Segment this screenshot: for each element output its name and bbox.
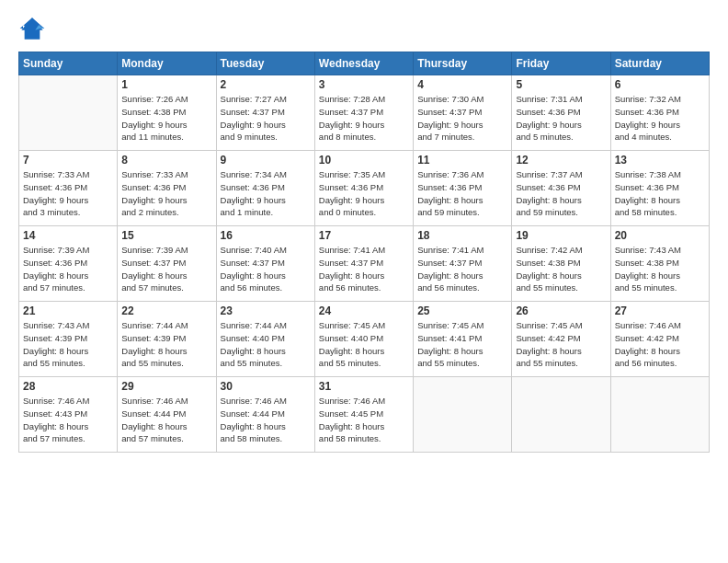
- weekday-header-friday: Friday: [512, 52, 610, 75]
- day-info: Sunrise: 7:41 AMSunset: 4:37 PMDaylight:…: [319, 244, 409, 294]
- calendar-cell: 29Sunrise: 7:46 AMSunset: 4:44 PMDayligh…: [118, 377, 216, 453]
- calendar-week-row: 1Sunrise: 7:26 AMSunset: 4:38 PMDaylight…: [19, 75, 710, 151]
- calendar-cell: 16Sunrise: 7:40 AMSunset: 4:37 PMDayligh…: [216, 226, 314, 302]
- day-number: 25: [417, 304, 507, 317]
- logo: [18, 15, 50, 42]
- day-info: Sunrise: 7:45 AMSunset: 4:40 PMDaylight:…: [319, 319, 409, 370]
- calendar-cell: [414, 377, 512, 453]
- calendar-cell: 2Sunrise: 7:27 AMSunset: 4:37 PMDaylight…: [216, 75, 314, 151]
- day-number: 22: [121, 304, 211, 317]
- calendar-cell: 13Sunrise: 7:38 AMSunset: 4:36 PMDayligh…: [610, 151, 709, 226]
- day-number: 15: [121, 229, 211, 242]
- day-info: Sunrise: 7:46 AMSunset: 4:44 PMDaylight:…: [121, 395, 211, 445]
- day-number: 21: [23, 304, 113, 317]
- day-info: Sunrise: 7:39 AMSunset: 4:36 PMDaylight:…: [23, 244, 113, 294]
- calendar-cell: 7Sunrise: 7:33 AMSunset: 4:36 PMDaylight…: [19, 151, 118, 226]
- day-number: 14: [23, 229, 113, 242]
- calendar-cell: 6Sunrise: 7:32 AMSunset: 4:36 PMDaylight…: [610, 75, 709, 151]
- day-number: 10: [319, 154, 409, 167]
- day-number: 6: [615, 78, 705, 91]
- calendar-cell: 4Sunrise: 7:30 AMSunset: 4:37 PMDaylight…: [414, 75, 512, 151]
- day-info: Sunrise: 7:33 AMSunset: 4:36 PMDaylight:…: [23, 168, 113, 219]
- day-number: 1: [121, 78, 211, 91]
- calendar-cell: 21Sunrise: 7:43 AMSunset: 4:39 PMDayligh…: [19, 302, 118, 377]
- day-number: 8: [121, 154, 211, 167]
- calendar-cell: 20Sunrise: 7:43 AMSunset: 4:38 PMDayligh…: [610, 226, 709, 302]
- day-info: Sunrise: 7:38 AMSunset: 4:36 PMDaylight:…: [615, 168, 705, 219]
- calendar-cell: 31Sunrise: 7:46 AMSunset: 4:45 PMDayligh…: [314, 377, 413, 453]
- weekday-header-row: SundayMondayTuesdayWednesdayThursdayFrid…: [19, 52, 710, 75]
- day-number: 11: [417, 154, 507, 167]
- day-info: Sunrise: 7:43 AMSunset: 4:39 PMDaylight:…: [23, 319, 113, 370]
- calendar-cell: 19Sunrise: 7:42 AMSunset: 4:38 PMDayligh…: [512, 226, 610, 302]
- day-number: 13: [615, 154, 705, 167]
- day-number: 26: [516, 304, 606, 317]
- day-info: Sunrise: 7:45 AMSunset: 4:42 PMDaylight:…: [516, 319, 606, 370]
- day-number: 24: [319, 304, 409, 317]
- day-info: Sunrise: 7:44 AMSunset: 4:39 PMDaylight:…: [121, 319, 211, 370]
- day-number: 17: [319, 229, 409, 242]
- calendar-week-row: 14Sunrise: 7:39 AMSunset: 4:36 PMDayligh…: [19, 226, 710, 302]
- day-number: 31: [319, 380, 409, 393]
- day-info: Sunrise: 7:43 AMSunset: 4:38 PMDaylight:…: [615, 244, 705, 294]
- header: [18, 15, 710, 42]
- calendar-week-row: 7Sunrise: 7:33 AMSunset: 4:36 PMDaylight…: [19, 151, 710, 226]
- calendar-cell: 14Sunrise: 7:39 AMSunset: 4:36 PMDayligh…: [19, 226, 118, 302]
- calendar-table: SundayMondayTuesdayWednesdayThursdayFrid…: [18, 52, 710, 453]
- day-info: Sunrise: 7:46 AMSunset: 4:43 PMDaylight:…: [23, 395, 113, 445]
- day-info: Sunrise: 7:39 AMSunset: 4:37 PMDaylight:…: [121, 244, 211, 294]
- day-info: Sunrise: 7:31 AMSunset: 4:36 PMDaylight:…: [516, 93, 606, 144]
- day-info: Sunrise: 7:46 AMSunset: 4:44 PMDaylight:…: [221, 395, 311, 445]
- calendar-week-row: 28Sunrise: 7:46 AMSunset: 4:43 PMDayligh…: [19, 377, 710, 453]
- day-info: Sunrise: 7:28 AMSunset: 4:37 PMDaylight:…: [319, 93, 409, 144]
- day-number: 3: [319, 78, 409, 91]
- day-number: 16: [221, 229, 311, 242]
- calendar-cell: 8Sunrise: 7:33 AMSunset: 4:36 PMDaylight…: [118, 151, 216, 226]
- calendar-cell: 26Sunrise: 7:45 AMSunset: 4:42 PMDayligh…: [512, 302, 610, 377]
- calendar-cell: 25Sunrise: 7:45 AMSunset: 4:41 PMDayligh…: [414, 302, 512, 377]
- weekday-header-sunday: Sunday: [19, 52, 118, 75]
- day-info: Sunrise: 7:46 AMSunset: 4:45 PMDaylight:…: [319, 395, 409, 445]
- day-info: Sunrise: 7:36 AMSunset: 4:36 PMDaylight:…: [417, 168, 507, 219]
- logo-icon: [18, 15, 46, 42]
- calendar-cell: 18Sunrise: 7:41 AMSunset: 4:37 PMDayligh…: [414, 226, 512, 302]
- calendar-cell: 24Sunrise: 7:45 AMSunset: 4:40 PMDayligh…: [314, 302, 413, 377]
- day-info: Sunrise: 7:33 AMSunset: 4:36 PMDaylight:…: [121, 168, 211, 219]
- calendar-cell: 5Sunrise: 7:31 AMSunset: 4:36 PMDaylight…: [512, 75, 610, 151]
- day-number: 20: [615, 229, 705, 242]
- day-number: 4: [417, 78, 507, 91]
- day-info: Sunrise: 7:30 AMSunset: 4:37 PMDaylight:…: [417, 93, 507, 144]
- page: SundayMondayTuesdayWednesdayThursdayFrid…: [0, 0, 728, 563]
- day-info: Sunrise: 7:41 AMSunset: 4:37 PMDaylight:…: [417, 244, 507, 294]
- day-info: Sunrise: 7:37 AMSunset: 4:36 PMDaylight:…: [516, 168, 606, 219]
- weekday-header-monday: Monday: [118, 52, 216, 75]
- day-info: Sunrise: 7:42 AMSunset: 4:38 PMDaylight:…: [516, 244, 606, 294]
- day-number: 30: [221, 380, 311, 393]
- calendar-cell: 1Sunrise: 7:26 AMSunset: 4:38 PMDaylight…: [118, 75, 216, 151]
- calendar-cell: 17Sunrise: 7:41 AMSunset: 4:37 PMDayligh…: [314, 226, 413, 302]
- day-info: Sunrise: 7:40 AMSunset: 4:37 PMDaylight:…: [221, 244, 311, 294]
- calendar-cell: 12Sunrise: 7:37 AMSunset: 4:36 PMDayligh…: [512, 151, 610, 226]
- day-number: 27: [615, 304, 705, 317]
- weekday-header-thursday: Thursday: [414, 52, 512, 75]
- day-info: Sunrise: 7:26 AMSunset: 4:38 PMDaylight:…: [121, 93, 211, 144]
- calendar-week-row: 21Sunrise: 7:43 AMSunset: 4:39 PMDayligh…: [19, 302, 710, 377]
- day-number: 5: [516, 78, 606, 91]
- calendar-cell: 27Sunrise: 7:46 AMSunset: 4:42 PMDayligh…: [610, 302, 709, 377]
- day-number: 12: [516, 154, 606, 167]
- calendar-cell: 3Sunrise: 7:28 AMSunset: 4:37 PMDaylight…: [314, 75, 413, 151]
- calendar-cell: [19, 75, 118, 151]
- day-info: Sunrise: 7:44 AMSunset: 4:40 PMDaylight:…: [221, 319, 311, 370]
- calendar-cell: 30Sunrise: 7:46 AMSunset: 4:44 PMDayligh…: [216, 377, 314, 453]
- calendar-cell: 28Sunrise: 7:46 AMSunset: 4:43 PMDayligh…: [19, 377, 118, 453]
- day-number: 19: [516, 229, 606, 242]
- day-number: 9: [221, 154, 311, 167]
- calendar-cell: 23Sunrise: 7:44 AMSunset: 4:40 PMDayligh…: [216, 302, 314, 377]
- calendar-cell: [610, 377, 709, 453]
- day-number: 7: [23, 154, 113, 167]
- day-info: Sunrise: 7:45 AMSunset: 4:41 PMDaylight:…: [417, 319, 507, 370]
- calendar-cell: [512, 377, 610, 453]
- calendar-cell: 15Sunrise: 7:39 AMSunset: 4:37 PMDayligh…: [118, 226, 216, 302]
- day-info: Sunrise: 7:35 AMSunset: 4:36 PMDaylight:…: [319, 168, 409, 219]
- day-number: 29: [121, 380, 211, 393]
